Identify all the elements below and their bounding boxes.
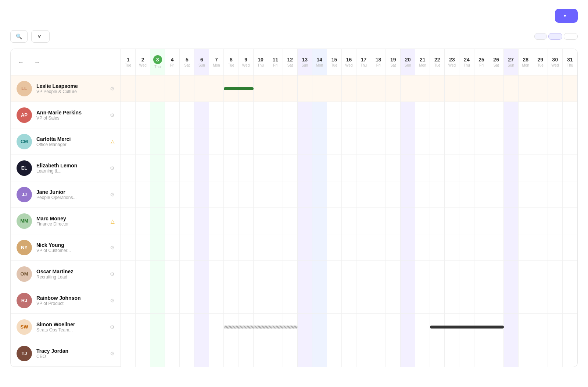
grid-cell[interactable] [165,128,180,155]
grid-cell[interactable] [386,234,401,260]
grid-cell[interactable] [239,208,254,234]
grid-cell[interactable] [342,181,356,207]
grid-cell[interactable] [533,314,548,340]
grid-cell[interactable] [298,340,312,367]
grid-cell[interactable] [371,261,386,287]
grid-cell[interactable] [371,181,386,207]
grid-cell[interactable] [504,340,519,367]
grid-cell[interactable] [342,234,356,260]
settings-icon[interactable]: ⚙ [110,165,115,171]
grid-cell[interactable] [298,128,312,155]
grid-cell[interactable] [239,102,254,128]
grid-cell[interactable] [459,287,474,313]
grid-cell[interactable] [283,261,298,287]
grid-cell[interactable] [548,102,563,128]
grid-cell[interactable] [430,128,445,155]
grid-cell[interactable] [519,155,533,181]
settings-icon[interactable]: ⚙ [110,192,115,198]
grid-cell[interactable] [268,155,283,181]
grid-cell[interactable] [165,75,180,102]
grid-cell[interactable] [401,102,415,128]
grid-cell[interactable] [415,208,430,234]
grid-cell[interactable] [474,234,489,260]
grid-cell[interactable] [283,128,298,155]
grid-cell[interactable] [194,234,209,260]
grid-cell[interactable] [121,234,136,260]
grid-cell[interactable] [489,234,504,260]
grid-cell[interactable] [268,75,283,102]
warning-icon[interactable]: △ [111,218,115,224]
grid-cell[interactable] [548,234,563,260]
grid-cell[interactable] [430,287,445,313]
grid-cell[interactable] [474,340,489,367]
grid-cell[interactable] [504,128,519,155]
grid-cell[interactable] [548,128,563,155]
settings-icon[interactable]: ⚙ [110,245,115,251]
grid-cell[interactable] [224,208,239,234]
grid-cell[interactable] [474,208,489,234]
grid-cell[interactable] [194,314,209,340]
grid-cell[interactable] [283,340,298,367]
grid-cell[interactable] [121,102,136,128]
grid-cell[interactable] [371,234,386,260]
event-bar-green[interactable] [224,87,253,90]
grid-cell[interactable] [150,102,165,128]
grid-cell[interactable] [194,208,209,234]
grid-cell[interactable] [209,128,224,155]
grid-cell[interactable] [563,181,577,207]
event-bar-striped[interactable] [224,326,297,329]
grid-cell[interactable] [563,75,577,102]
grid-cell[interactable] [209,314,224,340]
grid-cell[interactable] [474,75,489,102]
grid-cell[interactable] [283,155,298,181]
grid-cell[interactable] [209,208,224,234]
grid-cell[interactable] [489,287,504,313]
grid-cell[interactable] [254,75,268,102]
grid-cell[interactable] [563,261,577,287]
grid-cell[interactable] [136,75,150,102]
grid-cell[interactable] [445,128,459,155]
grid-cell[interactable] [254,340,268,367]
grid-cell[interactable] [254,234,268,260]
settings-icon[interactable]: ⚙ [110,112,115,118]
grid-cell[interactable] [459,75,474,102]
grid-cell[interactable] [430,208,445,234]
grid-cell[interactable] [150,287,165,313]
grid-cell[interactable] [150,155,165,181]
grid-cell[interactable] [342,287,356,313]
grid-cell[interactable] [136,261,150,287]
grid-cell[interactable] [224,234,239,260]
grid-cell[interactable] [312,155,327,181]
grid-cell[interactable] [445,340,459,367]
grid-cell[interactable] [180,340,194,367]
grid-cell[interactable] [533,340,548,367]
grid-cell[interactable] [474,155,489,181]
grid-cell[interactable] [342,340,356,367]
grid-cell[interactable] [254,102,268,128]
grid-cell[interactable] [356,155,371,181]
grid-cell[interactable] [519,314,533,340]
grid-cell[interactable] [268,208,283,234]
grid-cell[interactable] [194,75,209,102]
grid-cell[interactable] [298,181,312,207]
grid-cell[interactable] [401,128,415,155]
grid-cell[interactable] [519,181,533,207]
grid-cell[interactable] [489,155,504,181]
grid-cell[interactable] [312,181,327,207]
grid-cell[interactable] [150,234,165,260]
grid-cell[interactable] [298,102,312,128]
grid-cell[interactable] [180,234,194,260]
grid-cell[interactable] [504,234,519,260]
grid-cell[interactable] [386,208,401,234]
grid-cell[interactable] [519,102,533,128]
grid-cell[interactable] [327,181,342,207]
grid-cell[interactable] [430,261,445,287]
grid-cell[interactable] [254,128,268,155]
grid-cell[interactable] [533,234,548,260]
grid-cell[interactable] [150,128,165,155]
grid-cell[interactable] [180,261,194,287]
grid-cell[interactable] [401,340,415,367]
grid-cell[interactable] [194,340,209,367]
grid-cell[interactable] [239,261,254,287]
grid-cell[interactable] [268,287,283,313]
